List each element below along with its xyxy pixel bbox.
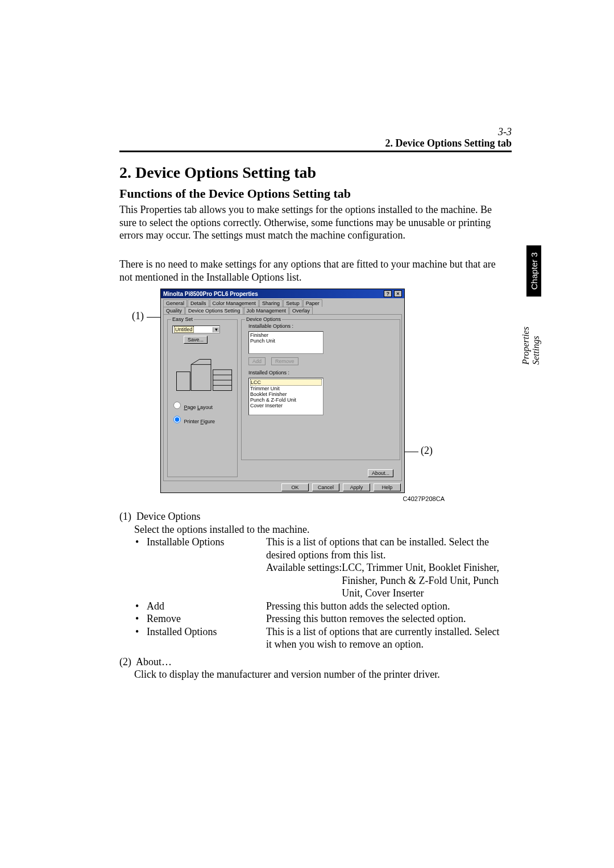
easy-set-group: Easy Set Untitled ▼ Save... <box>167 319 238 477</box>
description-list: (1) Device Options Select the options in… <box>119 510 500 681</box>
tab-details[interactable]: Details <box>188 299 209 307</box>
figure-code: C4027P208CA <box>403 495 445 502</box>
dialog-titlebar: Minolta Pi8500Pro PCL6 Properties ? × <box>161 289 404 298</box>
bullet-icon: • <box>135 612 139 625</box>
tab-overlay[interactable]: Overlay <box>289 307 313 314</box>
device-options-group: Device Options Installable Options : Fin… <box>241 319 400 460</box>
remove-button[interactable]: Remove <box>271 357 298 365</box>
header-rule <box>119 151 512 152</box>
term-label: Installed Options <box>147 625 266 651</box>
item-number: (2) <box>119 656 131 667</box>
paragraph: This Properties tab allows you to make s… <box>119 203 500 242</box>
device-options-group-label: Device Options <box>245 316 282 322</box>
printer-illustration <box>173 354 236 396</box>
page-number: 3-3 <box>498 126 512 138</box>
save-button[interactable]: Save... <box>184 336 208 344</box>
tab-general[interactable]: General <box>163 299 187 307</box>
help-button[interactable]: Help <box>374 483 401 491</box>
tab-device-options-setting[interactable]: Device Options Setting <box>185 307 243 314</box>
subheading: Functions of the Device Options Setting … <box>119 186 351 201</box>
svg-rect-1 <box>191 365 211 391</box>
list-item[interactable]: Trimmer Unit <box>250 386 322 391</box>
callout-1-label: (1) <box>132 310 144 322</box>
installable-options-label: Installable Options : <box>248 323 397 329</box>
callout-2-label: (2) <box>421 445 433 457</box>
apply-button[interactable]: Apply <box>343 483 370 491</box>
view-page-layout-radio[interactable]: Page Layout <box>173 402 235 410</box>
tab-quality[interactable]: Quality <box>163 307 185 314</box>
bullet-icon: • <box>135 536 139 549</box>
term-description: This is a list of options that are curre… <box>266 625 500 651</box>
term-description: Pressing this button adds the selected o… <box>266 600 500 613</box>
radio-label: Page Layout <box>184 404 213 410</box>
term-label: Remove <box>147 612 266 625</box>
add-button[interactable]: Add <box>248 357 265 365</box>
dialog-button-row: OK Cancel Apply Help <box>161 481 404 495</box>
view-printer-figure-radio[interactable]: Printer Figure <box>173 416 235 424</box>
radio-icon[interactable] <box>173 416 181 423</box>
term-label: Add <box>147 600 266 613</box>
bullet-icon: • <box>135 625 139 639</box>
list-item[interactable]: Booklet Finisher <box>250 391 322 397</box>
item-title: About… <box>136 656 172 667</box>
ok-button[interactable]: OK <box>281 483 309 491</box>
item-description: Click to display the manufacturer and ve… <box>119 668 500 681</box>
easy-set-group-label: Easy Set <box>171 316 194 322</box>
list-item[interactable]: LCC <box>250 379 322 386</box>
list-item[interactable]: Cover Inserter <box>250 403 322 408</box>
tab-body: Easy Set Untitled ▼ Save... <box>163 314 402 481</box>
radio-icon[interactable] <box>173 402 181 409</box>
side-section-label: Properties Settings <box>521 302 541 365</box>
svg-rect-0 <box>177 372 190 391</box>
term-label: Installable Options <box>147 536 266 600</box>
about-button[interactable]: About... <box>368 469 393 477</box>
easy-set-combo[interactable]: Untitled ▼ <box>172 326 220 333</box>
installed-options-label: Installed Options : <box>248 370 397 375</box>
list-item[interactable]: Finisher <box>250 332 322 338</box>
tab-sharing[interactable]: Sharing <box>259 299 283 307</box>
tab-setup[interactable]: Setup <box>283 299 302 307</box>
tab-job-management[interactable]: Job Management <box>244 307 289 314</box>
page-title: 2. Device Options Setting tab <box>119 164 316 182</box>
radio-label: Printer Figure <box>184 419 215 424</box>
installable-options-listbox[interactable]: Finisher Punch Unit <box>248 331 323 354</box>
term-description: This is a list of options that can be in… <box>266 536 500 561</box>
cancel-button[interactable]: Cancel <box>312 483 339 491</box>
item-title: Device Options <box>136 511 200 522</box>
paragraph: There is no need to make settings for an… <box>119 258 500 283</box>
item-number: (1) <box>119 511 131 522</box>
dialog-tabs: General Details Color Management Sharing… <box>161 298 404 314</box>
tab-color-management[interactable]: Color Management <box>210 299 259 307</box>
tab-paper[interactable]: Paper <box>303 299 322 307</box>
dialog-title: Minolta Pi8500Pro PCL6 Properties <box>163 291 258 297</box>
properties-dialog: Minolta Pi8500Pro PCL6 Properties ? × Ge… <box>160 289 405 493</box>
list-item[interactable]: Punch Unit <box>250 338 322 344</box>
item-lead: Select the options installed to the mach… <box>119 523 500 536</box>
chevron-down-icon[interactable]: ▼ <box>213 327 219 332</box>
list-item[interactable]: Punch & Z-Fold Unit <box>250 397 322 403</box>
bullet-icon: • <box>135 600 139 613</box>
available-settings-label: Available settings: <box>266 561 342 600</box>
available-settings-values: LCC, Trimmer Unit, Booklet Finisher, Fin… <box>342 561 500 600</box>
easy-set-combo-value: Untitled <box>174 326 194 333</box>
help-icon[interactable]: ? <box>384 290 392 297</box>
close-icon[interactable]: × <box>394 290 402 297</box>
term-description: Pressing this button removes the selecte… <box>266 612 500 625</box>
chapter-badge: Chapter 3 <box>526 245 541 297</box>
running-header: 2. Device Options Setting tab <box>385 137 512 149</box>
side-tab: Chapter 3 Properties Settings <box>526 245 541 365</box>
installed-options-listbox[interactable]: LCC Trimmer Unit Booklet Finisher Punch … <box>248 378 323 415</box>
